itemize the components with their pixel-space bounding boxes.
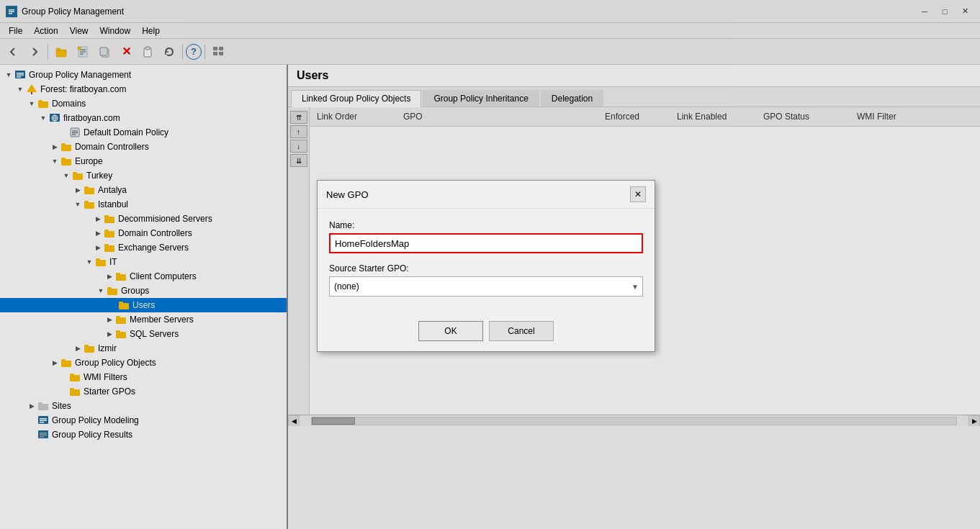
new-gpo-dialog: New GPO ✕ Name: Source Starter GPO: (non… bbox=[317, 180, 655, 352]
source-label: Source Starter GPO: bbox=[329, 263, 643, 273]
cancel-button[interactable]: Cancel bbox=[489, 321, 554, 341]
dialog-close-button[interactable]: ✕ bbox=[630, 186, 646, 202]
ok-button[interactable]: OK bbox=[418, 321, 483, 341]
source-gpo-select[interactable]: (none) bbox=[329, 276, 643, 297]
dialog-body: Name: Source Starter GPO: (none) ▼ bbox=[318, 209, 655, 315]
dialog-title: New GPO bbox=[326, 189, 369, 200]
dialog-overlay: New GPO ✕ Name: Source Starter GPO: (non… bbox=[0, 0, 980, 529]
name-label: Name: bbox=[329, 220, 643, 230]
name-input[interactable] bbox=[329, 233, 643, 253]
dialog-footer: OK Cancel bbox=[318, 315, 655, 351]
dialog-title-bar: New GPO ✕ bbox=[318, 181, 655, 209]
source-select-wrapper: (none) ▼ bbox=[329, 276, 643, 297]
